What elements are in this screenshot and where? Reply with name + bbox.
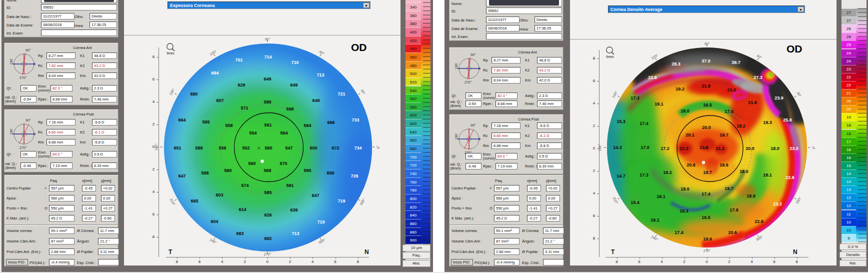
svg-text:210°: 210° (612, 196, 618, 204)
svg-text:120°: 120° (650, 54, 658, 60)
svg-text:150°: 150° (612, 90, 618, 98)
svg-text:150°: 150° (168, 88, 175, 96)
svg-text:90°: 90° (265, 38, 270, 41)
svg-text:90°: 90° (704, 42, 710, 46)
svg-text:330°: 330° (359, 198, 366, 206)
svg-text:180°: 180° (154, 144, 158, 151)
svg-text:30°: 30° (360, 88, 366, 95)
svg-text:300°: 300° (318, 238, 326, 244)
svg-text:210°: 210° (169, 198, 176, 206)
svg-text:0°: 0° (812, 146, 816, 149)
svg-text:270°: 270° (264, 252, 272, 256)
svg-text:180°: 180° (598, 144, 602, 152)
svg-text:270°: 270° (704, 249, 711, 252)
svg-text:60°: 60° (318, 50, 325, 56)
svg-text:330°: 330° (795, 196, 802, 204)
svg-text:240°: 240° (209, 238, 217, 244)
svg-text:30°: 30° (796, 91, 802, 98)
svg-text:300°: 300° (756, 235, 764, 242)
svg-text:240°: 240° (650, 235, 658, 242)
svg-text:60°: 60° (756, 54, 762, 60)
svg-text:0°: 0° (376, 145, 380, 148)
svg-text:120°: 120° (209, 50, 217, 56)
